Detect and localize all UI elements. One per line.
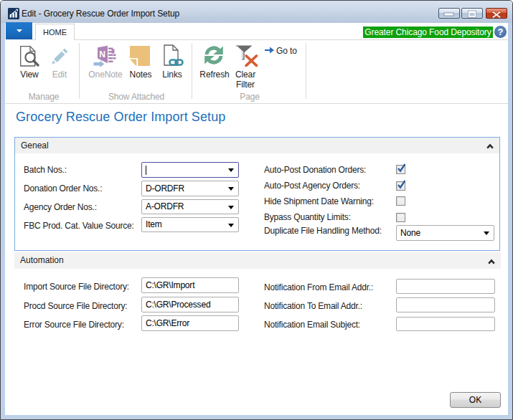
svg-text:N: N xyxy=(99,49,105,59)
